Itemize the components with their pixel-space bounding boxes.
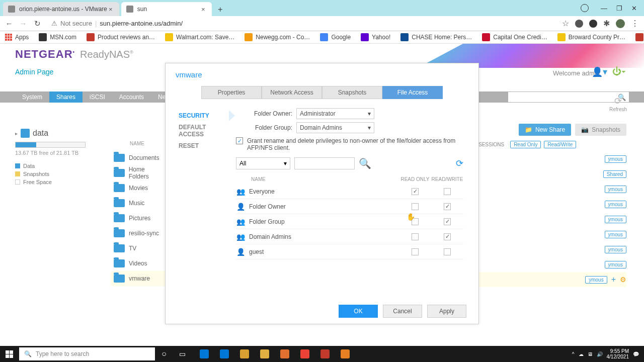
folder-group-select[interactable]: Domain Admins▾: [296, 122, 374, 133]
apply-button[interactable]: Apply: [427, 305, 466, 318]
anonymous-pill[interactable]: Shared: [603, 170, 626, 178]
refresh-icon[interactable]: ⟳: [456, 158, 463, 169]
readwrite-checkbox[interactable]: [444, 248, 451, 255]
protocol-row[interactable]: ymous: [475, 151, 626, 166]
taskbar-app-icon[interactable]: [316, 346, 334, 362]
protocol-row[interactable]: ymous: [475, 257, 626, 272]
anonymous-pill[interactable]: ymous: [605, 201, 626, 208]
protocol-row[interactable]: ymous: [475, 182, 626, 197]
browser-profile-icon[interactable]: [581, 4, 589, 12]
anonymous-pill[interactable]: ymous: [605, 216, 626, 223]
anonymous-pill[interactable]: ymous: [605, 186, 626, 193]
share-folder-item[interactable]: resilio-sync: [111, 226, 166, 241]
browser-menu-icon[interactable]: ⋮: [631, 19, 639, 28]
bookmark-item[interactable]: Yahoo!: [361, 33, 390, 41]
tab-shares[interactable]: Shares: [49, 92, 83, 103]
protocol-row[interactable]: ymous: [475, 227, 626, 242]
protocol-row[interactable]: ymous: [475, 212, 626, 227]
tray-network-icon[interactable]: 🖥: [588, 351, 593, 357]
taskbar-app-icon[interactable]: [235, 346, 254, 362]
share-folder-item[interactable]: Videos: [111, 256, 166, 271]
tray-volume-icon[interactable]: 🔊: [597, 351, 603, 357]
anonymous-pill[interactable]: ymous: [605, 261, 626, 268]
cancel-button[interactable]: Cancel: [383, 305, 422, 318]
bookmark-item[interactable]: Linux Documentation: [635, 33, 644, 41]
protocol-row[interactable]: ymous: [475, 197, 626, 212]
bookmark-item[interactable]: CHASE Home: Pers…: [400, 33, 472, 41]
bookmark-star-icon[interactable]: ☆: [562, 19, 569, 28]
gear-icon[interactable]: ⚙: [620, 276, 626, 284]
refresh-button[interactable]: ⟳ Refresh: [609, 96, 627, 112]
tab-close-icon[interactable]: ×: [200, 6, 207, 13]
modal-tab-file-access[interactable]: File Access: [382, 86, 443, 99]
tab-accounts[interactable]: Accounts: [112, 92, 151, 103]
nav-back-icon[interactable]: ←: [5, 19, 13, 28]
readonly-checkbox[interactable]: [412, 248, 419, 255]
new-tab-button[interactable]: +: [214, 3, 227, 16]
share-folder-item[interactable]: vmware: [111, 271, 166, 286]
nav-forward-icon[interactable]: →: [19, 19, 27, 28]
readwrite-pill[interactable]: Read/Write: [544, 141, 576, 148]
tab-iscsi[interactable]: iSCSI: [83, 92, 112, 103]
bookmark-item[interactable]: MSN.com: [39, 33, 76, 41]
extensions-icon[interactable]: ✱: [603, 19, 610, 28]
filter-search-input[interactable]: [294, 157, 355, 169]
power-icon[interactable]: ⏻▾: [612, 66, 626, 77]
nav-reload-icon[interactable]: ↻: [33, 19, 41, 28]
readonly-checkbox[interactable]: ✓: [412, 188, 419, 195]
anonymous-pill[interactable]: ymous: [605, 155, 626, 163]
profile-avatar[interactable]: [616, 19, 625, 28]
browser-tab-0[interactable]: orion.pierre-antoine.us - VMware ×: [3, 2, 119, 16]
taskbar-app-icon[interactable]: [256, 346, 274, 362]
extension-icon[interactable]: [589, 20, 597, 28]
window-maximize-icon[interactable]: ❐: [616, 5, 622, 12]
snapshots-button[interactable]: 📷Snapshots: [575, 124, 626, 136]
cortana-icon[interactable]: ○: [155, 346, 173, 362]
window-minimize-icon[interactable]: —: [601, 5, 607, 12]
address-bar[interactable]: ⚠ Not secure | sun.pierre-antoine.us/adm…: [51, 20, 183, 27]
ok-button[interactable]: OK: [339, 305, 378, 318]
side-reset[interactable]: RESET: [179, 138, 231, 153]
readwrite-checkbox[interactable]: ✓: [444, 218, 451, 225]
tree-root-data[interactable]: ▸ data: [15, 129, 98, 138]
readwrite-checkbox[interactable]: ✓: [444, 233, 451, 240]
anonymous-pill[interactable]: ymous: [585, 276, 607, 284]
taskbar-app-icon[interactable]: [336, 346, 354, 362]
search-icon[interactable]: 🔍: [359, 157, 371, 169]
start-button[interactable]: [0, 346, 18, 362]
bookmark-item[interactable]: Walmart.com: Save…: [165, 33, 234, 41]
apps-shortcut[interactable]: Apps: [5, 34, 29, 41]
taskbar-app-icon[interactable]: [215, 346, 233, 362]
readonly-checkbox[interactable]: [412, 203, 419, 210]
bookmark-item[interactable]: Broward County Pr…: [557, 33, 625, 41]
share-folder-item[interactable]: Home Folders: [111, 165, 166, 180]
readonly-checkbox[interactable]: [412, 233, 419, 240]
filter-select[interactable]: All▾: [236, 157, 290, 169]
modal-tab-network-access[interactable]: Network Access: [262, 86, 322, 99]
readonly-pill[interactable]: Read Only: [510, 141, 541, 148]
user-icon[interactable]: 👤▾: [592, 66, 607, 77]
taskbar-search-input[interactable]: 🔍 Type here to search: [19, 347, 155, 360]
taskbar-app-icon[interactable]: [296, 346, 314, 362]
share-folder-item[interactable]: Music: [111, 196, 166, 211]
tray-onedrive-icon[interactable]: ☁: [579, 351, 584, 357]
tray-chevron-icon[interactable]: ^: [572, 351, 575, 357]
taskview-icon[interactable]: ▭: [173, 346, 191, 362]
grant-privileges-checkbox[interactable]: ✓: [236, 137, 243, 144]
anonymous-pill[interactable]: ymous: [605, 231, 626, 238]
tray-notifications-icon[interactable]: 💬: [633, 351, 639, 357]
protocol-row[interactable]: ymous+⚙: [475, 272, 626, 287]
tab-close-icon[interactable]: ×: [107, 6, 114, 13]
share-folder-item[interactable]: Movies: [111, 180, 166, 196]
readonly-checkbox[interactable]: [412, 218, 419, 225]
tray-clock[interactable]: 9:55 PM4/12/2021: [607, 348, 629, 359]
share-folder-item[interactable]: Documents: [111, 150, 166, 165]
extension-icon[interactable]: [575, 20, 583, 28]
modal-tab-properties[interactable]: Properties: [201, 86, 262, 99]
side-security[interactable]: SECURITY: [179, 108, 231, 123]
bookmark-item[interactable]: Google: [320, 33, 351, 41]
browser-tab-1[interactable]: sun ×: [121, 2, 212, 16]
side-default-access[interactable]: DEFAULT ACCESS: [179, 123, 231, 138]
new-share-button[interactable]: 📁New Share: [519, 124, 571, 136]
tab-system[interactable]: System: [15, 92, 49, 103]
